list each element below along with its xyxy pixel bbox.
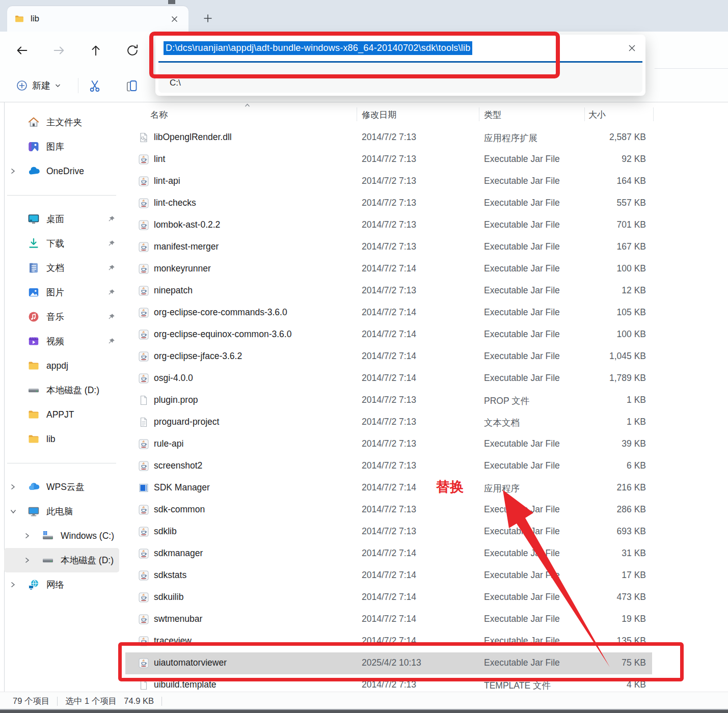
sidebar-item[interactable]: 网络 (4, 572, 119, 597)
file-icon (139, 417, 149, 427)
sidebar-item[interactable]: 主文件夹 (4, 110, 119, 134)
sidebar-item[interactable]: appdj (4, 353, 119, 378)
file-icon (139, 680, 149, 690)
sidebar-item[interactable]: 文档 (4, 256, 119, 280)
sidebar-item[interactable]: 此电脑 (4, 499, 119, 524)
sidebar-item[interactable]: 桌面 (4, 207, 119, 231)
file-name: osgi-4.0.0 (154, 373, 193, 383)
sidebar-item-icon (28, 360, 41, 372)
pin-icon (107, 240, 115, 248)
file-icon (139, 220, 149, 230)
column-separator[interactable] (584, 107, 585, 121)
table-row[interactable]: swtmenubar 2014/7/2 7:14 Executable Jar … (125, 609, 652, 630)
table-row[interactable]: osgi-4.0.0 2014/7/2 7:14 Executable Jar … (125, 368, 652, 390)
sidebar-item[interactable]: 下载 (4, 231, 119, 256)
table-row[interactable]: org-eclipse-core-commands-3.6.0 2014/7/2… (125, 302, 652, 324)
sidebar-item-label: APPJT (46, 409, 74, 420)
file-date: 2014/7/2 7:13 (362, 241, 416, 252)
sidebar-item-icon (28, 286, 41, 298)
table-row[interactable]: org-eclipse-jface-3.6.2 2014/7/2 7:14 Ex… (125, 346, 652, 368)
up-button[interactable] (88, 42, 104, 59)
sidebar-item[interactable]: 图片 (4, 280, 119, 305)
expand-chevron[interactable] (24, 533, 42, 539)
table-row[interactable]: plugin.prop 2014/7/2 7:13 PROP 文件 1 KB (125, 390, 652, 412)
table-row[interactable]: sdkstats 2014/7/2 7:14 Executable Jar Fi… (125, 565, 652, 587)
new-button[interactable]: 新建 (11, 75, 66, 96)
expand-chevron[interactable] (24, 557, 42, 563)
table-row[interactable]: libOpenglRender.dll 2014/7/2 7:13 应用程序扩展… (125, 127, 652, 149)
table-row[interactable]: rule-api 2014/7/2 7:13 Executable Jar Fi… (125, 433, 652, 455)
sidebar-item[interactable]: OneDrive (4, 159, 119, 183)
file-name: lombok-ast-0.2.2 (154, 220, 220, 230)
chevron-down-icon (55, 84, 61, 88)
sidebar-item[interactable]: 图库 (4, 134, 119, 159)
sidebar-item[interactable]: 视频 (4, 329, 119, 353)
file-size: 2,587 KB (609, 132, 646, 143)
table-row[interactable]: manifest-merger 2014/7/2 7:13 Executable… (125, 236, 652, 258)
expand-chevron[interactable] (10, 509, 28, 514)
table-row[interactable]: sdkuilib 2014/7/2 7:14 Executable Jar Fi… (125, 587, 652, 609)
sidebar-item[interactable]: 音乐 (4, 305, 119, 329)
column-header-date[interactable]: 修改日期 (362, 109, 396, 121)
file-date: 2014/7/2 7:13 (362, 417, 416, 427)
file-name: libOpenglRender.dll (154, 132, 232, 143)
column-header-type[interactable]: 类型 (484, 109, 501, 121)
file-icon (139, 264, 149, 274)
expand-chevron[interactable] (10, 168, 28, 174)
sidebar-item-icon (28, 384, 41, 396)
clear-address-icon[interactable] (625, 41, 638, 54)
column-header-size[interactable]: 大小 (588, 109, 606, 121)
refresh-button[interactable] (124, 42, 141, 59)
column-header-name[interactable]: 名称 (150, 109, 168, 121)
sidebar-item[interactable]: APPJT (4, 402, 119, 427)
table-row[interactable]: lint-checks 2014/7/2 7:13 Executable Jar… (125, 193, 652, 214)
file-type: Executable Jar File (484, 614, 560, 624)
file-name: swtmenubar (154, 614, 202, 624)
sidebar-item[interactable]: 本地磁盘 (D:) (4, 548, 119, 572)
sidebar-item-label: 下载 (46, 237, 64, 250)
folder-icon (14, 14, 24, 24)
file-name: monkeyrunner (154, 263, 211, 274)
table-row[interactable]: sdklib 2014/7/2 7:13 Executable Jar File… (125, 521, 652, 543)
table-row[interactable]: lint 2014/7/2 7:13 Executable Jar File 9… (125, 149, 652, 171)
annotation-box-address (149, 32, 560, 78)
sidebar-item-label: Windows (C:) (61, 531, 114, 541)
table-row[interactable]: screenshot2 2014/7/2 7:13 Executable Jar… (125, 455, 652, 477)
sidebar-divider (0, 451, 123, 475)
tab-close-icon[interactable] (167, 12, 181, 26)
table-row[interactable]: proguard-project 2014/7/2 7:13 文本文档 1 KB (125, 412, 652, 433)
file-size: 31 KB (622, 548, 646, 559)
sidebar-item[interactable]: 本地磁盘 (D:) (4, 378, 119, 402)
column-separator[interactable] (479, 107, 479, 121)
table-row[interactable]: sdk-common 2014/7/2 7:13 Executable Jar … (125, 499, 652, 521)
pin-icon (107, 215, 115, 223)
column-separator[interactable] (653, 107, 654, 121)
table-row[interactable]: lint-api 2014/7/2 7:13 Executable Jar Fi… (125, 171, 652, 193)
cut-button[interactable] (86, 77, 103, 95)
table-row[interactable]: org-eclipse-equinox-common-3.6.0 2014/7/… (125, 324, 652, 346)
table-row[interactable]: ninepatch 2014/7/2 7:13 Executable Jar F… (125, 280, 652, 302)
file-date: 2014/7/2 7:13 (362, 132, 416, 143)
sidebar-item[interactable]: WPS云盘 (4, 475, 119, 499)
sidebar-item[interactable]: Windows (C:) (4, 524, 119, 548)
expand-chevron[interactable] (10, 582, 28, 588)
expand-chevron[interactable] (10, 484, 28, 490)
table-row[interactable]: monkeyrunner 2014/7/2 7:14 Executable Ja… (125, 258, 652, 280)
table-row[interactable]: SDK Manager 2014/7/2 7:14 应用程序 216 KB (125, 477, 652, 499)
table-row[interactable]: sdkmanager 2014/7/2 7:14 Executable Jar … (125, 543, 652, 565)
status-divider (57, 697, 58, 706)
column-separator[interactable] (357, 107, 357, 121)
sidebar-item[interactable]: lib (4, 427, 119, 451)
back-button[interactable] (14, 42, 30, 59)
new-tab-button[interactable] (201, 12, 214, 25)
file-icon (139, 592, 149, 602)
sidebar-item-label: appdj (46, 361, 68, 371)
explorer-tab[interactable]: lib (7, 6, 188, 32)
file-icon (139, 308, 149, 318)
file-size: 473 KB (617, 592, 646, 602)
file-date: 2014/7/2 7:13 (362, 220, 416, 230)
sidebar-item-icon (28, 335, 41, 347)
copy-button[interactable] (123, 77, 140, 95)
forward-button[interactable] (51, 42, 67, 59)
table-row[interactable]: lombok-ast-0.2.2 2014/7/2 7:13 Executabl… (125, 214, 652, 236)
